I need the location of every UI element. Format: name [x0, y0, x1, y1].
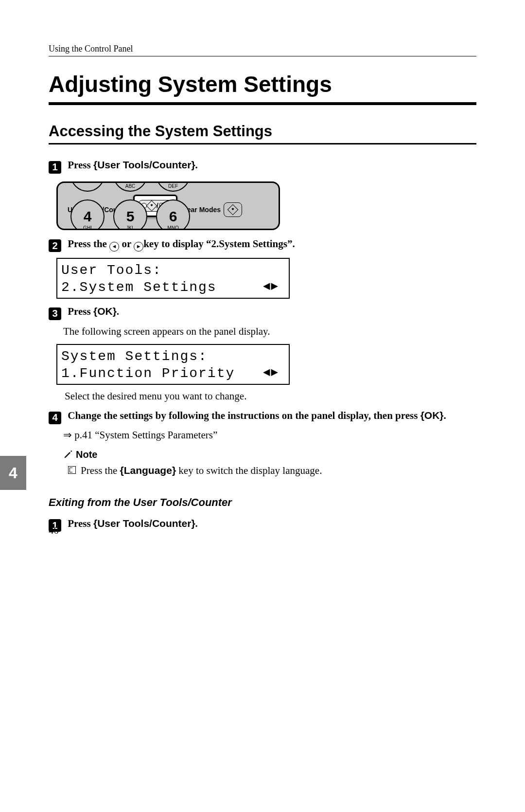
step-2-prefix: Press the	[68, 238, 109, 250]
right-arrow-icon: ▸	[134, 242, 143, 252]
key-ok: OK	[97, 306, 113, 317]
keypad-2: 2ABC	[113, 181, 147, 192]
section-underline	[49, 143, 476, 144]
step-badge-2: 2	[49, 239, 61, 252]
exit-step-1: 1 Press {User Tools/Counter}.	[49, 518, 476, 532]
lcd2-line1: System Settings:	[61, 348, 285, 365]
lcd-display-2: System Settings: 1.Function Priority ◀▶	[56, 344, 290, 385]
keypad-6: 6MNO	[156, 199, 190, 230]
step-4: 4 Change the settings by following the i…	[49, 410, 476, 424]
step-3-prefix: Press	[68, 306, 93, 317]
step-badge-4: 4	[49, 412, 61, 424]
page-number: 40	[49, 524, 59, 537]
key-bracket-close: }	[113, 306, 117, 317]
key-bracket-open: {	[93, 159, 97, 170]
key-user-tools: User Tools/Counter	[97, 518, 191, 529]
reference-link: ⇒ p.41 “System Settings Parameters”	[63, 429, 476, 441]
step-3-suffix: .	[117, 306, 119, 317]
key-bracket-open: {	[93, 518, 97, 529]
key-bracket-open: {	[120, 465, 124, 476]
bullet-icon	[68, 466, 76, 474]
note-bullet: Press the {Language} key to switch the d…	[68, 463, 476, 477]
step-2-mid: or	[119, 238, 134, 250]
lcd-nav-arrows-icon: ◀▶	[263, 365, 279, 380]
note-suffix: key to switch the display language.	[176, 465, 322, 476]
pencil-icon	[63, 450, 73, 459]
key-bracket-close: }	[439, 410, 443, 421]
keypad-3: 3DEF	[156, 181, 190, 192]
key-ok: OK	[424, 410, 440, 421]
lcd1-line2: 2.System Settings	[61, 279, 285, 296]
chapter-tab: 4	[0, 456, 26, 490]
key-language: Language	[124, 465, 172, 476]
lcd-display-1: User Tools: 2.System Settings ◀▶	[56, 258, 290, 299]
clear-modes-button	[224, 202, 242, 217]
lcd2-line2: 1.Function Priority	[61, 365, 285, 382]
exit-step-1-prefix: Press	[68, 518, 93, 529]
step-3-after: Select the desired menu you want to chan…	[65, 390, 476, 403]
page-title: Adjusting System Settings	[49, 71, 476, 97]
step-4-suffix: .	[444, 410, 446, 421]
left-arrow-icon: ◂	[109, 242, 119, 252]
clear-stop-button: C/	[205, 181, 239, 183]
section-heading: Accessing the System Settings	[49, 123, 476, 140]
step-badge-3: 3	[49, 307, 61, 320]
title-underline	[49, 102, 476, 105]
diamond-icon	[228, 204, 239, 215]
step-1-suffix: .	[195, 159, 198, 171]
step-4-text: Change the settings by following the ins…	[68, 410, 420, 421]
step-2: 2 Press the ◂ or ▸key to display “2.Syst…	[49, 238, 476, 253]
step-2-suffix: key to display “2.System Settings”.	[143, 238, 295, 250]
step-1: 1 Press {User Tools/Counter}.	[49, 159, 476, 174]
control-panel-illustration: User Tools/Counter / 123 Clear Modes	[56, 181, 280, 230]
running-header: Using the Control Panel	[49, 44, 476, 56]
note-label: Note	[76, 449, 97, 460]
key-bracket-close: }	[191, 159, 195, 170]
exit-subheading: Exiting from the User Tools/Counter	[49, 496, 476, 509]
keypad-1: 1	[70, 181, 105, 192]
step-badge-1: 1	[49, 161, 61, 174]
exit-step-1-suffix: .	[195, 518, 198, 529]
step-3-body: The following screen appears on the pane…	[63, 325, 476, 338]
key-user-tools: User Tools/Counter	[97, 159, 191, 170]
step-3: 3 Press {OK}.	[49, 306, 476, 320]
key-bracket-open: {	[93, 306, 97, 317]
key-bracket-close: }	[191, 518, 195, 529]
step-1-prefix: Press	[68, 159, 93, 171]
keypad-5: 5JKL	[113, 199, 147, 230]
keypad-4: 4GHI	[70, 199, 105, 230]
lcd1-line1: User Tools:	[61, 262, 285, 279]
lcd-nav-arrows-icon: ◀▶	[263, 279, 279, 294]
key-bracket-open: {	[420, 410, 424, 421]
key-bracket-close: }	[172, 465, 176, 476]
note-prefix: Press the	[81, 465, 120, 476]
